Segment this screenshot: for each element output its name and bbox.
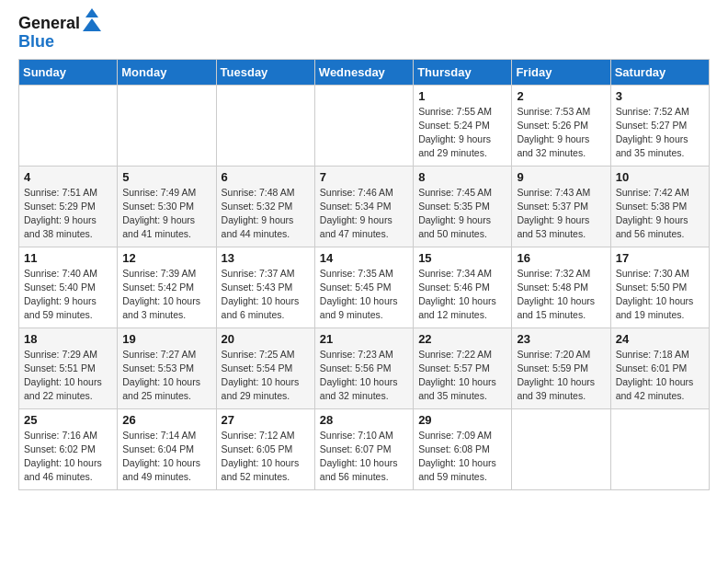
daylight-info: and 42 minutes. [616,389,704,403]
sunrise-info: Sunrise: 7:12 AM [222,429,310,442]
daylight-info: Daylight: 10 hours [122,456,210,470]
day-info: Sunrise: 7:09 AMSunset: 6:08 PMDaylight:… [418,429,506,485]
weekday-header-thursday: Thursday [414,59,512,85]
sunset-info: Sunset: 5:35 PM [418,200,506,213]
daylight-info: Daylight: 10 hours [222,456,310,470]
daylight-info: Daylight: 10 hours [24,456,112,470]
daylight-info: and 12 minutes. [418,308,506,322]
sunrise-info: Sunrise: 7:45 AM [418,186,506,200]
sunrise-info: Sunrise: 7:35 AM [320,267,408,281]
calendar-week-1: 1Sunrise: 7:55 AMSunset: 5:24 PMDaylight… [19,85,710,166]
day-info: Sunrise: 7:48 AMSunset: 5:32 PMDaylight:… [222,186,310,242]
day-number: 11 [24,251,112,265]
day-number: 28 [320,413,408,427]
daylight-info: and 9 minutes. [320,308,408,322]
daylight-info: Daylight: 10 hours [222,294,310,308]
calendar-cell: 16Sunrise: 7:32 AMSunset: 5:48 PMDayligh… [512,247,610,327]
logo-text-blue: Blue [18,33,54,52]
calendar-cell: 13Sunrise: 7:37 AMSunset: 5:43 PMDayligh… [216,247,314,327]
day-info: Sunrise: 7:35 AMSunset: 5:45 PMDaylight:… [320,267,408,323]
day-info: Sunrise: 7:45 AMSunset: 5:35 PMDaylight:… [418,186,506,242]
day-number: 6 [222,170,310,184]
day-info: Sunrise: 7:42 AMSunset: 5:38 PMDaylight:… [616,186,704,242]
daylight-info: Daylight: 9 hours [122,213,210,227]
page-header: General Blue [18,15,710,52]
day-number: 3 [616,89,704,103]
calendar-cell: 20Sunrise: 7:25 AMSunset: 5:54 PMDayligh… [216,327,314,408]
calendar-cell: 11Sunrise: 7:40 AMSunset: 5:40 PMDayligh… [19,247,118,327]
calendar-cell [610,408,709,489]
day-info: Sunrise: 7:30 AMSunset: 5:50 PMDaylight:… [616,267,704,323]
day-info: Sunrise: 7:29 AMSunset: 5:51 PMDaylight:… [24,348,112,404]
daylight-info: Daylight: 10 hours [320,456,408,470]
daylight-info: and 15 minutes. [517,308,605,322]
calendar-cell [512,408,610,489]
daylight-info: Daylight: 10 hours [222,375,310,389]
calendar-cell: 25Sunrise: 7:16 AMSunset: 6:02 PMDayligh… [19,408,118,489]
daylight-info: and 39 minutes. [517,389,605,403]
sunset-info: Sunset: 5:27 PM [616,119,704,132]
day-info: Sunrise: 7:49 AMSunset: 5:30 PMDaylight:… [122,186,210,242]
daylight-info: and 53 minutes. [517,227,605,241]
day-info: Sunrise: 7:22 AMSunset: 5:57 PMDaylight:… [418,348,506,404]
daylight-info: Daylight: 9 hours [320,213,408,227]
daylight-info: and 49 minutes. [122,470,210,484]
calendar-cell [19,85,118,166]
sunrise-info: Sunrise: 7:52 AM [616,105,704,119]
sunrise-info: Sunrise: 7:49 AM [122,186,210,200]
day-number: 12 [122,251,210,265]
day-info: Sunrise: 7:10 AMSunset: 6:07 PMDaylight:… [320,429,408,485]
day-info: Sunrise: 7:27 AMSunset: 5:53 PMDaylight:… [122,348,210,404]
day-number: 13 [222,251,310,265]
day-info: Sunrise: 7:52 AMSunset: 5:27 PMDaylight:… [616,105,704,161]
calendar-cell [118,85,216,166]
calendar-cell: 6Sunrise: 7:48 AMSunset: 5:32 PMDaylight… [216,166,314,247]
daylight-info: and 35 minutes. [616,146,704,160]
calendar-cell: 10Sunrise: 7:42 AMSunset: 5:38 PMDayligh… [610,166,709,247]
sunrise-info: Sunrise: 7:48 AM [222,186,310,200]
day-info: Sunrise: 7:40 AMSunset: 5:40 PMDaylight:… [24,267,112,323]
sunset-info: Sunset: 6:01 PM [616,362,704,375]
sunset-info: Sunset: 5:24 PM [418,119,506,132]
day-info: Sunrise: 7:53 AMSunset: 5:26 PMDaylight:… [517,105,605,161]
sunrise-info: Sunrise: 7:40 AM [24,267,112,281]
sunrise-info: Sunrise: 7:42 AM [616,186,704,200]
sunrise-info: Sunrise: 7:30 AM [616,267,704,281]
calendar-week-2: 4Sunrise: 7:51 AMSunset: 5:29 PMDaylight… [19,166,710,247]
calendar-cell: 17Sunrise: 7:30 AMSunset: 5:50 PMDayligh… [610,247,709,327]
sunrise-info: Sunrise: 7:18 AM [616,348,704,362]
daylight-info: and 44 minutes. [222,227,310,241]
calendar-cell: 12Sunrise: 7:39 AMSunset: 5:42 PMDayligh… [118,247,216,327]
sunset-info: Sunset: 5:57 PM [418,362,506,375]
daylight-info: Daylight: 9 hours [418,132,506,146]
day-info: Sunrise: 7:37 AMSunset: 5:43 PMDaylight:… [222,267,310,323]
sunset-info: Sunset: 5:40 PM [24,281,112,294]
day-number: 18 [24,332,112,346]
daylight-info: and 46 minutes. [24,470,112,484]
sunset-info: Sunset: 5:56 PM [320,362,408,375]
sunset-info: Sunset: 5:29 PM [24,200,112,213]
sunset-info: Sunset: 5:30 PM [122,200,210,213]
daylight-info: and 59 minutes. [418,470,506,484]
calendar-cell: 8Sunrise: 7:45 AMSunset: 5:35 PMDaylight… [414,166,512,247]
day-number: 21 [320,332,408,346]
sunset-info: Sunset: 5:38 PM [616,200,704,213]
day-info: Sunrise: 7:20 AMSunset: 5:59 PMDaylight:… [517,348,605,404]
daylight-info: and 29 minutes. [418,146,506,160]
daylight-info: and 29 minutes. [222,389,310,403]
daylight-info: Daylight: 9 hours [222,213,310,227]
daylight-info: and 41 minutes. [122,227,210,241]
daylight-info: and 6 minutes. [222,308,310,322]
daylight-info: Daylight: 10 hours [24,375,112,389]
daylight-info: and 35 minutes. [418,389,506,403]
sunset-info: Sunset: 6:08 PM [418,442,506,456]
day-info: Sunrise: 7:43 AMSunset: 5:37 PMDaylight:… [517,186,605,242]
sunrise-info: Sunrise: 7:29 AM [24,348,112,362]
sunset-info: Sunset: 5:45 PM [320,281,408,294]
daylight-info: Daylight: 9 hours [24,213,112,227]
day-number: 5 [122,170,210,184]
calendar-week-4: 18Sunrise: 7:29 AMSunset: 5:51 PMDayligh… [19,327,710,408]
day-number: 2 [517,89,605,103]
sunset-info: Sunset: 6:02 PM [24,442,112,456]
calendar-week-5: 25Sunrise: 7:16 AMSunset: 6:02 PMDayligh… [19,408,710,489]
